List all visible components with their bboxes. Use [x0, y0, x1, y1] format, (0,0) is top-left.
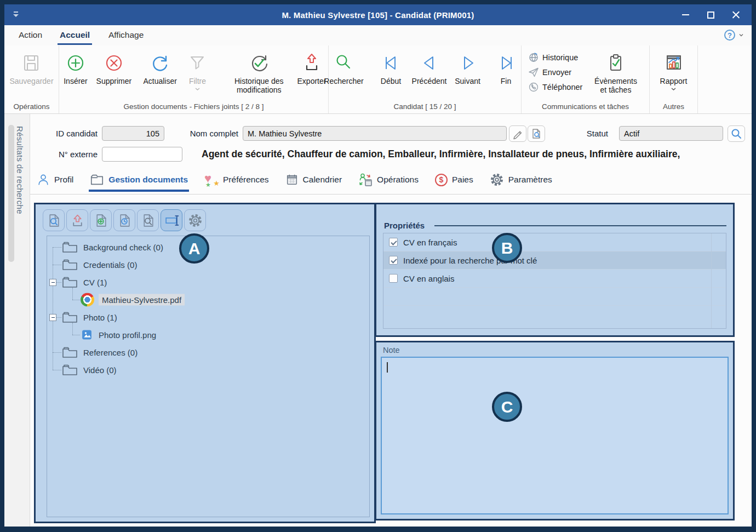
calendar-icon	[285, 173, 299, 186]
ribbon-group-autres: Rapport Autres	[650, 45, 698, 113]
menu-accueil[interactable]: Accueil	[58, 29, 92, 41]
documents-panel: A	[34, 203, 376, 523]
documents-toolbar	[43, 209, 206, 231]
property-row-cv-francais[interactable]: CV en français	[383, 233, 726, 251]
group-caption-documents: Gestion documents - Fichiers joints [ 2 …	[59, 102, 328, 111]
statut-search-button[interactable]	[728, 125, 745, 142]
heart-star-icon: ♥★★	[204, 173, 219, 186]
magnifier-icon	[730, 128, 742, 140]
document-settings-button[interactable]	[184, 209, 206, 231]
chevron-down-icon	[194, 87, 201, 91]
tab-operations[interactable]: Opérations	[357, 169, 420, 192]
minimize-icon	[682, 14, 689, 15]
folder-icon	[61, 311, 78, 324]
modification-history-button[interactable]: Historique des modifications	[227, 49, 291, 94]
nom-complet-field[interactable]: M. Mathieu Sylvestre	[243, 126, 507, 141]
tree-item-cv[interactable]: CV (1)	[47, 273, 367, 291]
property-row-cv-anglais[interactable]: CV en anglais	[383, 270, 726, 288]
menu-bar: Action Accueil Affichage ?	[4, 25, 752, 45]
person-arrows-icon	[358, 173, 373, 187]
maximize-button[interactable]	[698, 7, 723, 23]
statut-field[interactable]: Actif	[619, 126, 723, 141]
ribbon-filler	[698, 45, 752, 113]
property-row-empty	[383, 306, 726, 324]
tab-calendrier[interactable]: Calendrier	[284, 170, 343, 192]
document-history-icon	[117, 213, 132, 228]
edit-name-button[interactable]	[509, 125, 526, 142]
properties-panel: B Propriétés CV en français Indexé pour …	[375, 203, 735, 337]
checkbox-checked-icon[interactable]	[389, 256, 398, 265]
tab-parametres[interactable]: Paramètres	[489, 169, 553, 192]
rename-document-icon	[164, 213, 179, 228]
close-button[interactable]	[723, 7, 748, 23]
tree-item-cv-pdf[interactable]: Mathieu-Sylvestre.pdf	[47, 291, 367, 308]
tree-item-references[interactable]: References (0)	[47, 344, 367, 361]
filter-button[interactable]: Filtre	[181, 49, 214, 91]
property-row-indexe[interactable]: Indexé pour la recherche par mot clé	[383, 251, 726, 270]
document-history-button[interactable]	[113, 209, 135, 231]
tree-item-photo[interactable]: Photo (1)	[47, 308, 367, 326]
numero-externe-label: N° externe	[36, 150, 98, 159]
panel-handle[interactable]	[8, 125, 14, 262]
tree-item-video[interactable]: Vidéo (0)	[47, 361, 367, 379]
tree-item-credentials[interactable]: Credentials (0)	[47, 256, 367, 273]
id-candidat-field[interactable]: 105	[102, 126, 164, 141]
export-icon	[301, 49, 323, 77]
insert-button[interactable]: Insérer	[59, 49, 92, 85]
delete-button[interactable]: Supprimer	[96, 49, 131, 85]
preview-document-button[interactable]	[43, 209, 65, 231]
numero-externe-field[interactable]	[102, 147, 182, 162]
search-results-panel-tab[interactable]: Résultats de recherche	[4, 114, 30, 527]
chevron-down-icon[interactable]	[738, 32, 744, 38]
group-caption-operations: Opérations	[4, 102, 59, 111]
last-record-button[interactable]: Fin	[490, 49, 523, 85]
collapse-icon[interactable]	[49, 279, 56, 286]
filter-icon	[186, 49, 208, 77]
minimize-button[interactable]	[673, 7, 698, 23]
badge-c: C	[492, 392, 522, 422]
help-icon[interactable]: ?	[724, 30, 735, 41]
folder-icon	[61, 241, 78, 254]
tab-profil[interactable]: Profil	[36, 170, 75, 192]
group-caption-autres: Autres	[650, 102, 697, 111]
note-textarea[interactable]	[381, 357, 729, 514]
next-record-button[interactable]: Suivant	[451, 49, 484, 85]
events-tasks-button[interactable]: Évènements et tâches	[591, 49, 641, 94]
search-button[interactable]: Rechercher	[328, 49, 360, 85]
view-cv-button[interactable]	[528, 125, 545, 142]
tab-paies[interactable]: $ Paies	[434, 170, 474, 192]
rename-document-button[interactable]	[161, 209, 182, 231]
save-button[interactable]: Sauvegarder	[9, 49, 53, 85]
save-icon	[20, 49, 42, 77]
chrome-file-icon	[81, 293, 94, 307]
phone-button[interactable]: Téléphoner	[528, 82, 591, 93]
collapse-icon[interactable]	[49, 314, 56, 321]
checkbox-unchecked-icon[interactable]	[389, 274, 398, 283]
first-record-button[interactable]: Début	[375, 49, 408, 85]
send-button[interactable]: Envoyer	[528, 67, 591, 78]
history-button[interactable]: Historique	[528, 52, 591, 63]
tree-item-photo-png[interactable]: Photo profil.png	[47, 326, 367, 344]
checkbox-checked-icon[interactable]	[389, 238, 398, 247]
inspect-document-button[interactable]	[137, 209, 159, 231]
note-panel: C Note	[375, 341, 735, 520]
next-icon	[457, 49, 479, 77]
candidate-form-area: ID candidat 105 Nom complet M. Mathieu S…	[30, 114, 752, 527]
chevron-down-icon	[671, 87, 677, 91]
tab-gestion-documents[interactable]: Gestion documents	[89, 170, 189, 192]
ribbon-group-communications: Historique Envoyer Téléphoner	[522, 45, 650, 113]
dollar-icon: $	[435, 174, 448, 186]
previous-record-button[interactable]: Précédent	[413, 49, 446, 85]
report-button[interactable]: Rapport	[657, 49, 690, 91]
add-document-button[interactable]	[90, 209, 112, 231]
menu-action[interactable]: Action	[16, 29, 44, 41]
tab-preferences[interactable]: ♥★★ Préférences	[203, 170, 270, 192]
menu-affichage[interactable]: Affichage	[106, 29, 146, 41]
properties-title: Propriétés	[384, 221, 425, 230]
export-button[interactable]: Exporter	[295, 49, 328, 85]
refresh-button[interactable]: Actualiser	[144, 49, 177, 85]
note-label: Note	[383, 346, 400, 354]
upload-document-button[interactable]	[66, 209, 88, 231]
badge-a: A	[179, 233, 209, 264]
report-icon	[663, 49, 685, 77]
